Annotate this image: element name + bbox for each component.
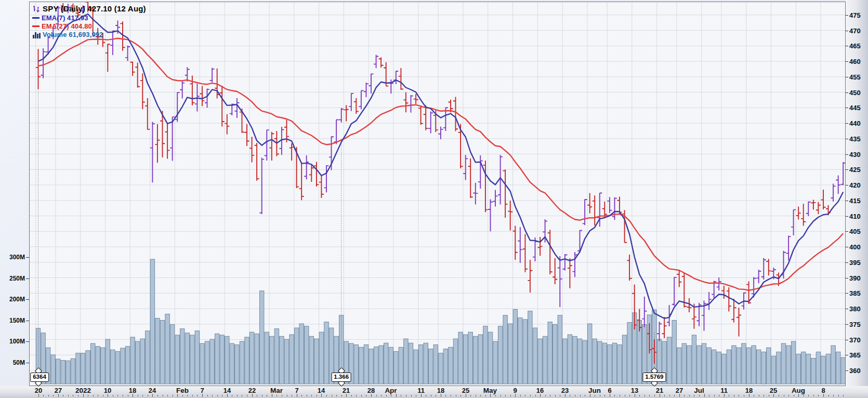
date-tick	[301, 395, 302, 396]
volume-bars[interactable]	[36, 259, 845, 384]
date-label: 18	[129, 387, 136, 394]
ohlc-bars-down[interactable]	[36, 2, 831, 364]
date-label: 25	[462, 387, 469, 394]
volume-tick-label: 100M	[9, 338, 25, 344]
date-tick	[501, 395, 501, 396]
date-tick	[749, 394, 749, 397]
date-label: 21	[343, 387, 350, 394]
date-tick	[515, 394, 516, 397]
date-label: Apr	[385, 387, 397, 394]
price-axis[interactable]: 4754704654604554504454404354304254204154…	[846, 0, 868, 398]
date-tick	[63, 395, 63, 396]
date-label: Jun	[588, 387, 601, 394]
price-tick	[846, 355, 848, 355]
date-axis[interactable]: 20272022101824Feb71422Mar7142128Apr11182…	[0, 386, 868, 398]
date-tick	[163, 395, 163, 396]
volume-axis[interactable]: 300M250M200M150M100M50M	[0, 0, 29, 386]
date-tick	[361, 395, 362, 396]
date-tick	[53, 395, 54, 396]
date-tick	[764, 395, 764, 396]
date-tick	[575, 395, 575, 396]
date-label: 27	[55, 387, 62, 394]
date-tick	[684, 395, 685, 396]
chart-legend: SPY (Daily) 427.10 (12 Aug) EMA(7) 417.9…	[32, 4, 146, 38]
date-tick	[580, 395, 581, 396]
date-label: May	[483, 387, 497, 394]
ema27-line[interactable]	[38, 38, 844, 290]
date-tick	[530, 395, 531, 396]
date-label: 9	[513, 387, 517, 394]
price-tick	[846, 185, 848, 185]
date-tick	[699, 395, 700, 396]
price-tick	[846, 15, 848, 16]
date-tick	[83, 394, 84, 397]
legend-ema27-row[interactable]: EMA(27) 404.80	[32, 22, 146, 30]
ema27-label: EMA(27) 404.80	[42, 22, 92, 30]
date-tick	[625, 395, 625, 396]
date-tick	[635, 394, 635, 397]
volume-tick-label: 50M	[13, 360, 25, 366]
legend-ema7-row[interactable]: EMA(7) 417.93	[32, 14, 146, 22]
ema7-line[interactable]	[38, 14, 844, 319]
date-tick	[485, 395, 486, 396]
price-tick	[846, 216, 848, 217]
date-tick	[426, 395, 426, 396]
annotation-callout[interactable]: 1.5769	[642, 373, 666, 382]
date-tick	[788, 395, 789, 396]
date-tick	[565, 394, 565, 397]
date-tick	[784, 395, 784, 396]
date-tick	[48, 395, 49, 396]
date-tick	[461, 395, 461, 396]
date-tick	[441, 394, 441, 397]
price-tick-label: 385	[849, 290, 861, 297]
date-tick	[744, 395, 744, 396]
date-tick	[664, 395, 665, 396]
ohlc-bars-up[interactable]	[41, 4, 845, 341]
date-tick	[436, 395, 436, 396]
volume-tick-label: 250M	[9, 275, 25, 282]
date-tick	[724, 394, 725, 397]
date-label: 21	[656, 387, 663, 394]
date-tick	[555, 395, 556, 396]
date-label: 18	[437, 387, 444, 394]
price-tick	[846, 324, 848, 325]
date-tick	[520, 395, 521, 396]
date-tick	[674, 395, 675, 396]
date-tick	[277, 395, 277, 396]
date-tick	[157, 395, 158, 396]
annotation-callout[interactable]: 6364	[30, 373, 49, 382]
date-tick	[416, 395, 416, 396]
date-tick	[108, 394, 108, 397]
date-tick	[510, 395, 511, 396]
price-tick	[846, 92, 848, 93]
date-label: 7	[200, 387, 204, 394]
date-tick	[704, 394, 705, 397]
date-tick	[614, 395, 615, 396]
date-tick	[828, 395, 829, 396]
date-tick	[98, 395, 98, 396]
ema7-line-swatch	[32, 17, 40, 19]
date-tick	[173, 395, 173, 396]
price-tick-label: 400	[849, 244, 861, 250]
date-tick	[336, 395, 337, 396]
date-tick	[123, 395, 123, 396]
date-tick	[317, 395, 317, 396]
legend-volume-row[interactable]: Volume 61,693,992	[32, 30, 146, 38]
date-tick	[287, 395, 287, 396]
price-chart-pane[interactable]: SPY (Daily) 427.10 (12 Aug) EMA(7) 417.9…	[29, 2, 846, 386]
date-label: 25	[770, 387, 777, 394]
annotation-callout[interactable]: 1.366	[331, 373, 351, 382]
price-tick	[846, 370, 848, 371]
date-tick	[610, 394, 610, 397]
price-tick-label: 435	[849, 136, 861, 142]
volume-tick-label: 150M	[9, 317, 25, 324]
date-tick	[734, 395, 734, 396]
date-tick	[117, 395, 118, 396]
date-label: 10	[104, 387, 111, 394]
price-tick-label: 445	[849, 104, 861, 111]
legend-symbol-row[interactable]: SPY (Daily) 427.10 (12 Aug)	[32, 4, 146, 14]
price-tick-label: 470	[849, 28, 861, 34]
date-tick	[222, 395, 222, 396]
date-tick	[535, 395, 536, 396]
price-chart-canvas[interactable]	[30, 2, 845, 386]
